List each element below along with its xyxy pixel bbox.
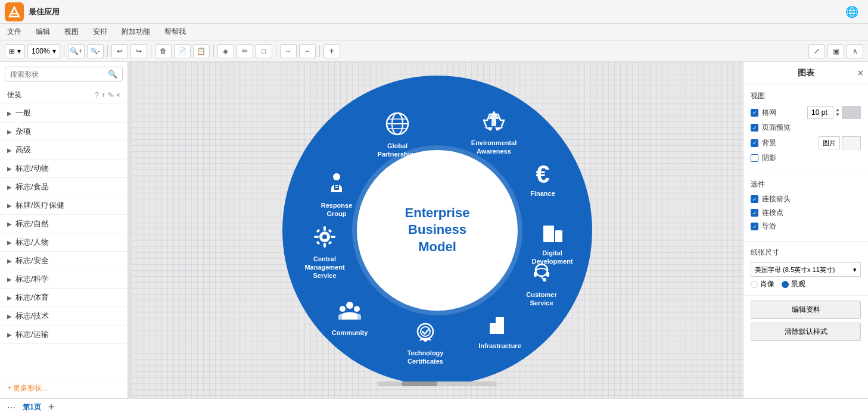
collapse-btn[interactable]: ∧ — [847, 44, 863, 58]
svg-point-46 — [333, 173, 340, 180]
seg-response: ResponseGroup — [310, 171, 363, 218]
portrait-option[interactable]: 肖像 — [751, 279, 774, 289]
insert-btn[interactable]: + — [323, 44, 340, 58]
search-input[interactable] — [10, 70, 105, 79]
redo-btn[interactable]: ↪ — [130, 44, 147, 58]
fullscreen-btn[interactable]: ⤢ — [808, 44, 825, 58]
more-options-btn[interactable]: ⋯ — [7, 403, 15, 412]
line-btn[interactable]: ✏ — [237, 44, 253, 58]
view-dropdown[interactable]: ⊞▾ — [5, 44, 25, 58]
outer-ring: Enterprise Business Model — [282, 76, 592, 385]
sidebar-item-transport[interactable]: ▶ 标志/运输 — [0, 326, 127, 344]
paste-btn[interactable]: 📋 — [193, 44, 210, 58]
center-text: Enterprise Business Model — [405, 205, 470, 256]
sidebar-item-people[interactable]: ▶ 标志/人物 — [0, 233, 127, 252]
grid-stepper[interactable]: ▲ ▼ — [835, 108, 840, 117]
svg-rect-9 — [545, 228, 547, 230]
sidebar-item-animals[interactable]: ▶ 标志/动物 — [0, 159, 127, 178]
menu-file[interactable]: 文件 — [5, 26, 24, 38]
connect-points-row: ✓ 连接点 — [751, 208, 861, 218]
shadow-row: ✓ 阴影 — [751, 153, 861, 163]
edit-data-btn[interactable]: 编辑资料 — [751, 301, 861, 319]
menu-arrange[interactable]: 安排 — [91, 26, 110, 38]
clear-style-btn[interactable]: 清除默认样式 — [751, 323, 861, 341]
bg-color[interactable] — [842, 136, 861, 149]
grid-value[interactable]: 10 pt — [807, 106, 833, 119]
guide-checkbox[interactable]: ✓ — [751, 223, 758, 230]
headset-icon — [529, 260, 554, 288]
copy-btn[interactable]: 📄 — [174, 44, 191, 58]
svg-rect-39 — [323, 243, 326, 248]
sidebar-item-tech[interactable]: ▶ 标志/技术 — [0, 307, 127, 326]
landscape-radio[interactable] — [782, 281, 789, 288]
euro-icon: € — [536, 162, 549, 187]
stickynotes-add[interactable]: + — [101, 91, 105, 99]
menu-edit[interactable]: 编辑 — [33, 26, 52, 38]
search-box[interactable]: 🔍 — [5, 67, 123, 82]
sep5 — [276, 45, 276, 57]
connect-points-checkbox[interactable]: ✓ — [751, 209, 758, 217]
stickynotes-close[interactable]: × — [116, 91, 120, 99]
add-page-btn[interactable]: + — [48, 401, 55, 414]
connector-btn[interactable]: ⌐ — [299, 44, 316, 58]
scroll-indicator[interactable] — [378, 381, 497, 386]
connect-arrows-checkbox[interactable]: ✓ — [751, 195, 758, 203]
sep6 — [319, 45, 320, 57]
view-section: 视图 ✓ 格网 10 pt ▲ ▼ ✓ 页面预览 — [743, 85, 868, 173]
arrow-tech: ▶ — [7, 313, 12, 320]
svg-marker-0 — [10, 7, 19, 17]
sep1 — [64, 45, 64, 57]
sidebar-item-sports[interactable]: ▶ 标志/体育 — [0, 289, 127, 307]
sidebar-item-security[interactable]: ▶ 标志/安全 — [0, 252, 127, 270]
pageview-checkbox[interactable]: ✓ — [751, 124, 758, 132]
shadow-checkbox[interactable]: ✓ — [751, 154, 758, 162]
sidebar-item-nature[interactable]: ▶ 标志/自然 — [0, 215, 127, 233]
zoom-dropdown[interactable]: 100%▾ — [27, 44, 60, 58]
stickynotes-extras: ? + ✎ × — [95, 91, 120, 99]
seg-environmental: EnvironmentalAwareness — [467, 108, 521, 156]
arrow-advanced: ▶ — [7, 147, 12, 154]
sidebar-item-misc[interactable]: ▶ 杂项 — [0, 123, 127, 141]
page-1-tab[interactable]: 第1页 — [23, 402, 41, 412]
sidebar-item-advanced[interactable]: ▶ 高级 — [0, 141, 127, 159]
pageview-label: 页面预览 — [762, 123, 791, 133]
panel-header: 图表 × — [743, 62, 868, 85]
delete-btn[interactable]: 🗑 — [155, 44, 172, 58]
svg-point-37 — [322, 234, 327, 239]
grid-checkbox[interactable]: ✓ — [751, 109, 758, 117]
sidebar-item-medical[interactable]: ▶ 标牌/医疗保健 — [0, 196, 127, 215]
arrow-btn[interactable]: → — [280, 44, 297, 58]
menu-extras[interactable]: 附加功能 — [119, 26, 153, 38]
menu-help[interactable]: 帮帮我 — [162, 26, 188, 38]
seg-central: CentralManagementService — [298, 224, 351, 280]
sidebar-item-food[interactable]: ▶ 标志/食品 — [0, 178, 127, 196]
svg-point-35 — [354, 306, 360, 312]
stickynotes-help[interactable]: ? — [95, 91, 99, 99]
undo-btn[interactable]: ↩ — [111, 44, 128, 58]
bg-checkbox[interactable]: ✓ — [751, 139, 758, 147]
add-shapes-link[interactable]: + 更多形状... — [7, 384, 48, 392]
fill-btn[interactable]: ◈ — [217, 44, 234, 58]
portrait-radio[interactable] — [751, 281, 758, 288]
grid-color[interactable] — [842, 106, 861, 119]
sidebar-item-science[interactable]: ▶ 标志/科学 — [0, 270, 127, 289]
canvas-area[interactable]: Enterprise Business Model — [132, 62, 743, 398]
stickynotes-edit[interactable]: ✎ — [108, 91, 114, 99]
menu-view[interactable]: 视图 — [62, 26, 81, 38]
sidebar-item-stickynotes[interactable]: 便笺 ? + ✎ × — [0, 86, 127, 104]
bg-btn[interactable]: 图片 — [819, 136, 840, 149]
zoom-out-btn[interactable]: 🔍- — [87, 44, 104, 58]
sidebar-item-general[interactable]: ▶ 一般 — [0, 104, 127, 123]
paper-title: 纸张尺寸 — [751, 248, 861, 258]
zoom-in-btn[interactable]: 🔍+ — [68, 44, 85, 58]
landscape-option[interactable]: 景观 — [782, 279, 805, 289]
shape-btn[interactable]: □ — [256, 44, 272, 58]
svg-rect-40 — [314, 236, 319, 238]
globe-icon[interactable]: 🌐 — [845, 5, 858, 18]
environmental-label: EnvironmentalAwareness — [471, 139, 517, 156]
grid-down[interactable]: ▼ — [835, 112, 840, 117]
panel-close-btn[interactable]: × — [858, 68, 863, 79]
paper-select[interactable]: 美国字母 (8.5英寸x 11英寸) ▾ — [751, 262, 861, 277]
bottom-bar: ⋯ 第1页 + — [0, 398, 868, 416]
panel-btn[interactable]: ▣ — [827, 44, 844, 58]
